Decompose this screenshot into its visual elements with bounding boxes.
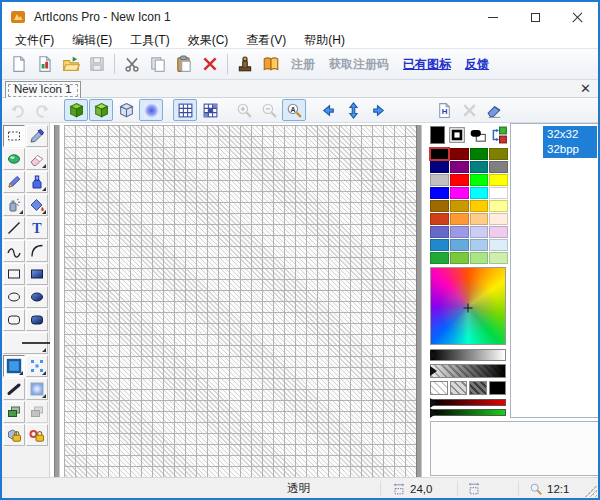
palette-swatch[interactable] <box>489 226 508 238</box>
select-tool[interactable] <box>3 125 25 147</box>
existing-icons-link[interactable]: 已有图标 <box>403 56 451 73</box>
spray-tool[interactable] <box>3 194 25 216</box>
document-tab[interactable]: New Icon 1 <box>5 81 81 98</box>
palette-swatch[interactable] <box>470 174 489 186</box>
color-picker-tool[interactable] <box>26 125 48 147</box>
palette-swatch[interactable] <box>489 161 508 173</box>
draw-normal-mode-button[interactable] <box>64 99 88 121</box>
show-grid-button[interactable] <box>173 99 197 121</box>
palette-swatch[interactable] <box>470 200 489 212</box>
palette-swatch[interactable] <box>450 213 469 225</box>
smooth-tool-tool[interactable] <box>3 148 25 170</box>
pixel-grid-canvas[interactable] <box>64 125 416 479</box>
rectangle-tool[interactable] <box>3 263 25 285</box>
hue-picker[interactable] <box>430 267 506 345</box>
ellipse-tool[interactable] <box>3 286 25 308</box>
palette-swatch[interactable] <box>430 148 449 160</box>
eraser-tool[interactable] <box>26 148 48 170</box>
palette-swatch[interactable] <box>430 252 449 264</box>
palette-swatch[interactable] <box>489 213 508 225</box>
pencil-tool[interactable] <box>3 171 25 193</box>
palette-swatch[interactable] <box>450 252 469 264</box>
palette-swatch[interactable] <box>489 239 508 251</box>
view-3d-button[interactable] <box>114 99 138 121</box>
shift-right-button[interactable] <box>366 99 390 121</box>
swap-colors-button[interactable] <box>490 126 508 144</box>
new-image-format-button[interactable]: H <box>432 99 456 121</box>
menu-item-4[interactable]: 效果(C) <box>179 32 238 49</box>
smooth-view-button[interactable] <box>139 99 163 121</box>
filled-ellipse-tool[interactable] <box>26 286 48 308</box>
register-tool-button[interactable] <box>232 51 258 77</box>
alpha-slider[interactable] <box>430 364 506 378</box>
alpha-preset-h-dark[interactable] <box>469 381 487 395</box>
line-width-tool[interactable] <box>3 332 48 354</box>
text-tool[interactable]: T <box>26 217 48 239</box>
rounded-rectangle-tool[interactable] <box>3 309 25 331</box>
palette-swatch[interactable] <box>430 174 449 186</box>
palette-swatch[interactable] <box>470 161 489 173</box>
palette-swatch[interactable] <box>430 187 449 199</box>
curve-tool[interactable] <box>3 240 25 262</box>
green-channel-slider[interactable] <box>430 409 506 416</box>
lock-drawing-tool[interactable] <box>3 424 25 446</box>
close-button[interactable] <box>556 2 598 32</box>
cut-button[interactable] <box>119 51 145 77</box>
palette-swatch[interactable] <box>450 239 469 251</box>
palette-swatch[interactable] <box>450 226 469 238</box>
filled-rounded-rectangle-tool[interactable] <box>26 309 48 331</box>
shift-left-button[interactable] <box>316 99 340 121</box>
tab-close-button[interactable]: ✕ <box>580 81 591 97</box>
brightness-slider[interactable] <box>430 349 506 361</box>
delete-button[interactable] <box>197 51 223 77</box>
zoom-actual-button[interactable]: A <box>282 99 306 121</box>
smooth-line-tool[interactable] <box>3 378 25 400</box>
resize-grip[interactable] <box>585 485 597 497</box>
palette-swatch[interactable] <box>489 148 508 160</box>
palette-swatch[interactable] <box>450 174 469 186</box>
foreground-color-swatch[interactable] <box>430 126 445 144</box>
gradient-tool[interactable] <box>26 378 48 400</box>
fill-tool[interactable] <box>26 194 48 216</box>
menu-item-2[interactable]: 编辑(E) <box>63 32 121 49</box>
alpha-preset-h-light[interactable] <box>430 381 448 395</box>
palette-swatch[interactable] <box>489 200 508 212</box>
format-item-selected[interactable]: 32x32 32bpp <box>543 126 597 158</box>
maximize-button[interactable] <box>514 2 556 32</box>
palette-swatch[interactable] <box>430 200 449 212</box>
palette-swatch[interactable] <box>450 200 469 212</box>
palette-swatch[interactable] <box>430 213 449 225</box>
copy-area-tool[interactable] <box>3 401 25 423</box>
palette-swatch[interactable] <box>470 226 489 238</box>
feedback-link[interactable]: 反馈 <box>465 56 489 73</box>
palette-swatch[interactable] <box>470 252 489 264</box>
alpha-preset-h-gray[interactable] <box>450 381 468 395</box>
palette-swatch[interactable] <box>489 252 508 264</box>
palette-swatch[interactable] <box>430 161 449 173</box>
border-fill-mode-button[interactable] <box>448 126 466 144</box>
scatter-tool[interactable] <box>26 355 48 377</box>
palette-swatch[interactable] <box>450 187 469 199</box>
lock-colors-tool[interactable] <box>26 424 48 446</box>
draw-filled-mode-button[interactable] <box>89 99 113 121</box>
shift-vertical-button[interactable] <box>341 99 365 121</box>
menu-item-3[interactable]: 工具(T) <box>121 32 178 49</box>
pen-tool[interactable] <box>26 171 48 193</box>
test-icon-button[interactable] <box>482 99 506 121</box>
menu-item-5[interactable]: 查看(V) <box>237 32 295 49</box>
palette-swatch[interactable] <box>470 187 489 199</box>
palette-swatch[interactable] <box>430 226 449 238</box>
paste-button[interactable] <box>171 51 197 77</box>
palette-swatch[interactable] <box>489 187 508 199</box>
grid-style-button[interactable] <box>198 99 222 121</box>
menu-item-1[interactable]: 文件(F) <box>6 32 63 49</box>
alpha-preset-h-black[interactable] <box>489 381 507 395</box>
palette-swatch[interactable] <box>470 239 489 251</box>
active-color-mode-tool[interactable] <box>3 355 25 377</box>
new-icon-button[interactable] <box>6 51 32 77</box>
copy-button[interactable] <box>145 51 171 77</box>
filled-rectangle-tool[interactable] <box>26 263 48 285</box>
help-book-button[interactable] <box>258 51 284 77</box>
foreground-background-button[interactable] <box>469 126 487 144</box>
palette-swatch[interactable] <box>450 161 469 173</box>
